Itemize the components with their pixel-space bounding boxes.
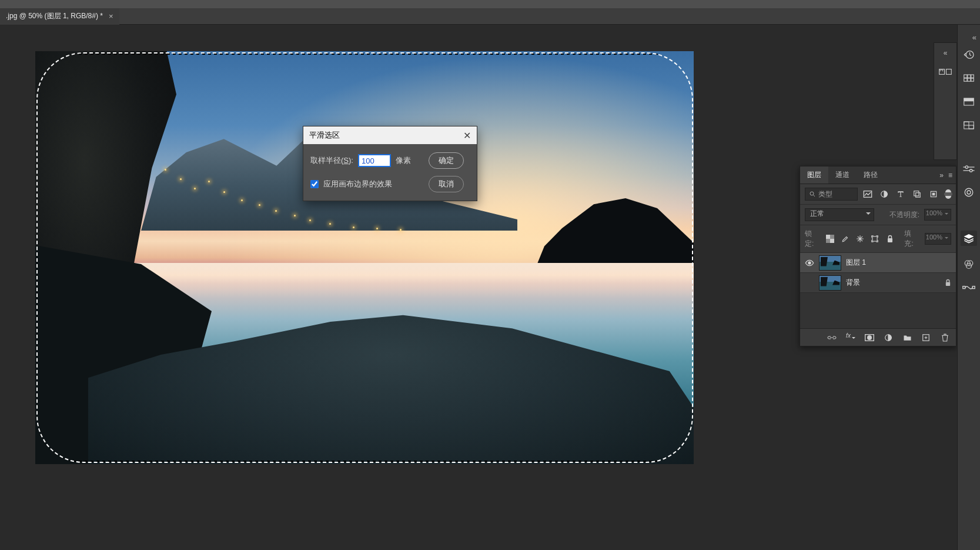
swatches-icon[interactable] bbox=[961, 73, 977, 84]
apply-canvas-bounds-checkbox[interactable] bbox=[310, 180, 319, 188]
lock-transparency-icon[interactable] bbox=[825, 234, 835, 244]
adjustment-layer-icon[interactable] bbox=[883, 332, 894, 343]
layer-mask-icon[interactable] bbox=[864, 332, 875, 343]
layer-thumbnail[interactable] bbox=[819, 255, 841, 271]
layer-row[interactable]: 图层 1 bbox=[800, 253, 956, 273]
layer-filter-type[interactable]: 类型 bbox=[805, 188, 858, 201]
svg-point-42 bbox=[969, 169, 972, 172]
layer-name[interactable]: 背景 bbox=[846, 278, 860, 288]
opacity-label: 不透明度: bbox=[889, 210, 919, 220]
group-icon[interactable] bbox=[902, 332, 912, 343]
document-tab-bar: .jpg @ 50% (图层 1, RGB/8#) * × bbox=[0, 8, 980, 25]
history-icon[interactable] bbox=[961, 49, 977, 60]
expand-arrow-icon[interactable]: « bbox=[944, 49, 948, 57]
adjustments-icon[interactable] bbox=[961, 164, 977, 174]
collapsed-panel-group[interactable]: « bbox=[934, 42, 957, 160]
lock-position-icon[interactable] bbox=[855, 234, 865, 244]
filter-pixel-icon[interactable] bbox=[861, 188, 874, 201]
close-icon[interactable]: × bbox=[109, 12, 113, 21]
tab-channels[interactable]: 通道 bbox=[828, 166, 857, 184]
sample-radius-input[interactable] bbox=[358, 154, 391, 167]
paths-icon[interactable] bbox=[961, 282, 977, 293]
svg-rect-48 bbox=[963, 286, 965, 289]
channels-icon[interactable] bbox=[961, 259, 977, 269]
layers-panel-footer: fx bbox=[800, 328, 956, 346]
filter-smart-icon[interactable] bbox=[927, 188, 940, 201]
fill-input[interactable]: 100% bbox=[925, 233, 951, 245]
close-icon[interactable]: ✕ bbox=[463, 130, 471, 141]
new-layer-icon[interactable] bbox=[921, 332, 931, 343]
svg-point-0 bbox=[810, 192, 814, 195]
svg-rect-11 bbox=[872, 236, 877, 241]
workspace: 平滑选区 ✕ 取样半径(S): 像素 确定 应用画布边界的效果 取消 bbox=[0, 25, 980, 550]
styles-icon[interactable] bbox=[961, 187, 977, 198]
svg-point-17 bbox=[868, 335, 872, 339]
svg-rect-7 bbox=[932, 193, 935, 195]
layer-thumbnail[interactable] bbox=[819, 275, 841, 291]
lock-icon bbox=[945, 279, 951, 286]
sample-radius-label: 取样半径(S): bbox=[310, 155, 353, 166]
ruler-panel-icon[interactable] bbox=[937, 66, 954, 77]
filter-type-label: 类型 bbox=[818, 189, 832, 199]
filter-type-icon[interactable] bbox=[894, 188, 907, 201]
svg-rect-23 bbox=[946, 69, 951, 75]
svg-rect-32 bbox=[968, 78, 971, 81]
tab-paths[interactable]: 路径 bbox=[857, 166, 885, 184]
filter-toggle[interactable] bbox=[945, 189, 951, 199]
layers-empty-area[interactable] bbox=[800, 293, 956, 328]
layers-panel: 图层 通道 路径 » ≡ 类型 bbox=[800, 166, 956, 346]
document-tab-title: .jpg @ 50% (图层 1, RGB/8#) * bbox=[6, 11, 103, 21]
unit-label: 像素 bbox=[396, 155, 411, 166]
menu-bar[interactable] bbox=[0, 0, 980, 8]
search-icon bbox=[809, 191, 816, 198]
collapse-arrow-icon[interactable]: « bbox=[972, 33, 976, 42]
smooth-selection-dialog: 平滑选区 ✕ 取样半径(S): 像素 确定 应用画布边界的效果 取消 bbox=[303, 126, 477, 201]
lock-pixels-icon[interactable] bbox=[840, 234, 850, 244]
svg-rect-28 bbox=[964, 75, 967, 78]
cancel-button[interactable]: 取消 bbox=[429, 176, 464, 192]
svg-rect-29 bbox=[968, 75, 971, 78]
svg-point-44 bbox=[967, 191, 971, 194]
delete-layer-icon[interactable] bbox=[939, 332, 950, 343]
layers-list: 图层 1 背景 bbox=[800, 253, 956, 328]
layers-icon[interactable] bbox=[961, 231, 977, 246]
dialog-titlebar[interactable]: 平滑选区 ✕ bbox=[303, 126, 477, 144]
lock-all-icon[interactable] bbox=[885, 234, 895, 244]
svg-rect-30 bbox=[971, 75, 974, 78]
canvas[interactable] bbox=[35, 51, 694, 464]
layer-row[interactable]: 背景 bbox=[800, 273, 956, 293]
patterns-icon[interactable] bbox=[961, 120, 977, 131]
svg-rect-38 bbox=[969, 125, 974, 129]
panel-collapse-icon[interactable]: » bbox=[939, 171, 944, 179]
dialog-title: 平滑选区 bbox=[309, 130, 340, 141]
svg-rect-12 bbox=[888, 238, 892, 242]
panel-menu-icon[interactable]: ≡ bbox=[948, 171, 952, 179]
layer-filter-bar: 类型 bbox=[800, 184, 956, 205]
svg-rect-10 bbox=[830, 239, 834, 243]
svg-point-43 bbox=[965, 188, 973, 196]
svg-rect-5 bbox=[916, 193, 921, 198]
document-tab[interactable]: .jpg @ 50% (图层 1, RGB/8#) * × bbox=[0, 8, 119, 25]
filter-adjust-icon[interactable] bbox=[878, 188, 891, 201]
layer-style-icon[interactable]: fx bbox=[845, 332, 856, 343]
svg-line-1 bbox=[814, 195, 815, 197]
opacity-input[interactable]: 100% bbox=[924, 209, 951, 221]
link-layers-icon[interactable] bbox=[827, 332, 837, 343]
libraries-icon[interactable] bbox=[961, 96, 977, 107]
visibility-icon[interactable] bbox=[805, 258, 814, 268]
ok-button[interactable]: 确定 bbox=[429, 152, 464, 169]
lock-artboard-icon[interactable] bbox=[870, 234, 880, 244]
svg-rect-37 bbox=[964, 122, 969, 125]
svg-rect-49 bbox=[972, 286, 975, 289]
blend-mode-select[interactable]: 正常 bbox=[805, 208, 874, 221]
filter-shape-icon[interactable] bbox=[911, 188, 924, 201]
lock-label: 锁定: bbox=[805, 229, 820, 249]
image-content bbox=[35, 51, 694, 464]
svg-rect-33 bbox=[971, 78, 974, 81]
svg-rect-9 bbox=[826, 235, 830, 239]
right-panel-dock: « bbox=[957, 25, 980, 550]
svg-point-13 bbox=[808, 262, 811, 264]
layer-name[interactable]: 图层 1 bbox=[846, 258, 866, 268]
tab-layers[interactable]: 图层 bbox=[800, 166, 828, 184]
svg-point-40 bbox=[965, 166, 968, 168]
